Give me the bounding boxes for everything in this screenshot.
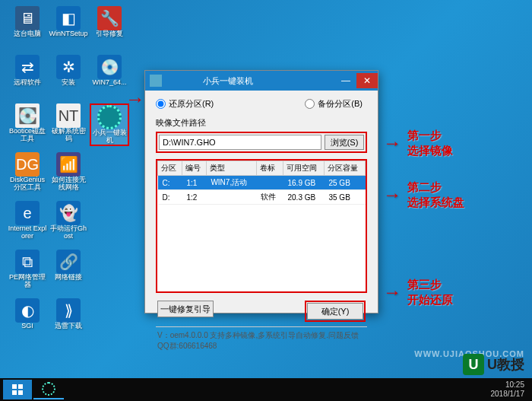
step2-callout: 第二步 选择系统盘 bbox=[407, 180, 464, 209]
desktop-icon-remote[interactable]: ⇄远程软件 bbox=[8, 55, 47, 97]
ghost-icon: 👻 bbox=[56, 201, 81, 225]
close-button[interactable]: ✕ bbox=[356, 73, 378, 88]
system-tray[interactable]: 10:25 2018/1/17 bbox=[491, 380, 530, 399]
installer-icon bbox=[97, 105, 122, 129]
svg-rect-2 bbox=[12, 390, 17, 395]
bootfix-icon: 🔧 bbox=[97, 6, 122, 30]
column-header[interactable]: 可用空间 bbox=[283, 161, 324, 176]
restore-radio[interactable]: 还原分区(R) bbox=[156, 98, 214, 110]
desktop-icon-bootfix[interactable]: 🔧引导修复 bbox=[90, 6, 129, 49]
step1-callout: 第一步 选择镜像 bbox=[407, 128, 453, 158]
desktop-icon-ghost[interactable]: 👻手动运行Ghost bbox=[49, 201, 88, 243]
desktop-icon-pe-net[interactable]: ⧉PE网络管理器 bbox=[8, 250, 47, 292]
partition-row[interactable]: C:1:1WIN7,活动16.9 GB25 GB bbox=[158, 176, 366, 190]
desktop-icon-this-pc[interactable]: 🖥这台电脑 bbox=[8, 6, 47, 49]
ok-button[interactable]: 确定(Y) bbox=[307, 303, 363, 320]
repair-boot-button[interactable]: 一键修复引导 bbox=[157, 301, 214, 317]
desktop-icon-xunlei[interactable]: ⟫迅雷下载 bbox=[49, 298, 88, 341]
minimize-button[interactable]: — bbox=[335, 73, 356, 88]
partition-table[interactable]: 分区编号类型卷标可用空间分区容量 C:1:1WIN7,活动16.9 GB25 G… bbox=[156, 159, 367, 293]
svg-rect-3 bbox=[18, 390, 23, 395]
browse-button[interactable]: 浏览(S) bbox=[325, 135, 364, 150]
netlink-icon: 🔗 bbox=[56, 250, 81, 274]
diskgenius-icon: DG bbox=[15, 152, 40, 177]
desktop-icon-install[interactable]: ✲安装 bbox=[49, 55, 88, 97]
sgi-icon: ◐ bbox=[15, 298, 40, 323]
backup-radio[interactable]: 备份分区(B) bbox=[305, 98, 363, 110]
desktop-icon-winnt[interactable]: ◧WinNTSetup bbox=[49, 6, 88, 49]
column-header[interactable]: 类型 bbox=[206, 161, 256, 176]
pe-net-icon: ⧉ bbox=[15, 250, 40, 274]
win7-icon: 💿 bbox=[97, 55, 122, 79]
column-header[interactable]: 编号 bbox=[182, 161, 206, 176]
column-header[interactable]: 卷标 bbox=[256, 161, 283, 176]
wifi-icon: 📶 bbox=[56, 152, 81, 177]
ie-icon: e bbox=[15, 201, 40, 225]
crackpwd-icon: NT bbox=[56, 103, 81, 128]
step3-callout: 第三步 开始还原 bbox=[407, 277, 453, 307]
column-header[interactable]: 分区容量 bbox=[324, 161, 365, 176]
arrow-icon: → bbox=[383, 132, 401, 154]
desktop-icon-installer[interactable]: 小兵一键装机 bbox=[90, 103, 129, 146]
watermark-logo: U U教授 bbox=[463, 354, 524, 375]
bootice-icon: 💽 bbox=[15, 103, 40, 128]
arrow-icon: → bbox=[383, 184, 401, 205]
titlebar[interactable]: 小兵一键装机 — ✕ bbox=[145, 71, 378, 91]
start-button[interactable] bbox=[3, 380, 32, 399]
image-path-label: 映像文件路径 bbox=[156, 117, 367, 129]
install-icon: ✲ bbox=[56, 55, 81, 79]
desktop-icon-diskgenius[interactable]: DGDiskGenius分区工具 bbox=[8, 152, 47, 195]
remote-icon: ⇄ bbox=[15, 55, 40, 79]
taskbar-app[interactable] bbox=[33, 380, 64, 399]
desktop-icon-win7[interactable]: 💿WIN7_64... bbox=[90, 55, 129, 97]
window-title: 小兵一键装机 bbox=[166, 75, 290, 87]
desktop-icon-sgi[interactable]: ◐SGI bbox=[8, 298, 47, 341]
desktop-icon-wifi[interactable]: 📶如何连接无线网络 bbox=[49, 152, 88, 195]
installer-dialog: 小兵一键装机 — ✕ 还原分区(R) 备份分区(B) 映像文件路径 浏览(S) … bbox=[144, 70, 378, 313]
desktop-icon-netlink[interactable]: 🔗网络链接 bbox=[49, 250, 88, 292]
desktop-icon-bootice[interactable]: 💽Bootice磁盘工具 bbox=[8, 103, 47, 146]
svg-rect-0 bbox=[12, 384, 17, 389]
desktop-icon-crackpwd[interactable]: NT破解系统密码 bbox=[49, 103, 88, 146]
desktop-icon-ie[interactable]: eInternet Explorer bbox=[8, 201, 47, 243]
arrow-icon: → bbox=[383, 282, 401, 303]
column-header[interactable]: 分区 bbox=[158, 161, 182, 176]
svg-rect-1 bbox=[18, 384, 23, 389]
taskbar: 10:25 2018/1/17 bbox=[0, 378, 532, 401]
partition-row[interactable]: D:1:2软件20.3 GB35 GB bbox=[158, 190, 366, 205]
app-icon bbox=[150, 75, 162, 87]
xunlei-icon: ⟫ bbox=[56, 298, 81, 323]
this-pc-icon: 🖥 bbox=[15, 6, 40, 30]
version-info: V：oem4.0.0.0 支持多种镜像,多系统引导自动修复.问题反馈QQ群:60… bbox=[156, 326, 367, 352]
image-path-input[interactable] bbox=[159, 135, 321, 150]
winnt-icon: ◧ bbox=[56, 6, 81, 30]
